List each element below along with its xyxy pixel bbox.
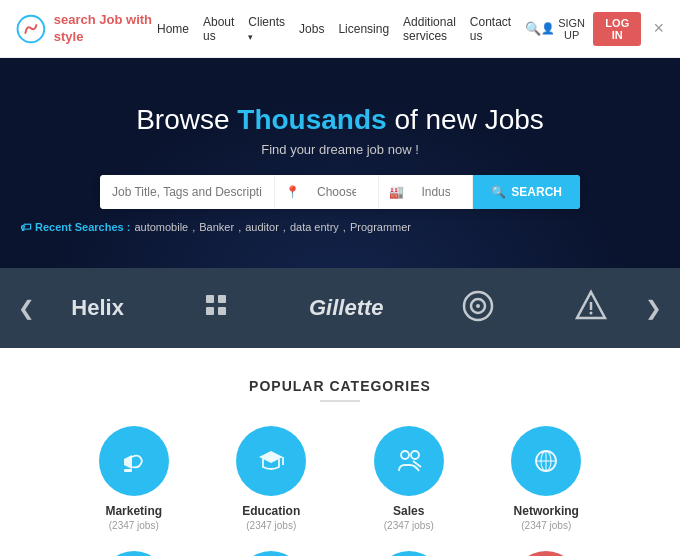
svg-point-7 <box>476 304 480 308</box>
job-title-input[interactable] <box>100 175 275 209</box>
category-education-count: (2347 jobs) <box>246 520 296 531</box>
recent-search-dataentry[interactable]: data entry <box>290 221 339 233</box>
categories-title: POPULAR CATEGORIES <box>20 378 660 394</box>
category-medical-icon <box>236 551 306 556</box>
signup-button[interactable]: 👤 SIGN UP <box>541 17 585 41</box>
brand-icon-1 <box>200 289 232 328</box>
hero-title: Browse Thousands of new Jobs <box>20 104 660 136</box>
brands-prev-button[interactable]: ❮ <box>10 296 43 320</box>
brand-gillette: Gillette <box>309 295 384 321</box>
category-marketing-label: Marketing <box>105 504 162 518</box>
category-marketing[interactable]: Marketing (2347 jobs) <box>70 426 198 531</box>
svg-point-15 <box>411 451 419 459</box>
nav-about[interactable]: About us <box>203 15 234 43</box>
search-button[interactable]: 🔍 SEARCH <box>473 175 580 209</box>
category-education-icon <box>236 426 306 496</box>
nav-home[interactable]: Home <box>157 22 189 36</box>
recent-searches: 🏷 Recent Searches : automobile, Banker, … <box>20 221 660 233</box>
header: search Job with style Home About us Clie… <box>0 0 680 58</box>
category-more-icon <box>511 551 581 556</box>
brands-section: ❮ Helix Gillette ❯ <box>0 268 680 348</box>
category-education[interactable]: Education (2347 jobs) <box>208 426 336 531</box>
brands-list: Helix Gillette <box>43 288 637 329</box>
recent-search-programmer[interactable]: Programmer <box>350 221 411 233</box>
nav-contact[interactable]: Contact us <box>470 15 511 43</box>
hero-subtitle: Find your dreame job now ! <box>20 142 660 157</box>
svg-rect-3 <box>206 307 214 315</box>
recent-searches-label: Recent Searches : <box>35 221 130 233</box>
brand-helix: Helix <box>71 295 124 321</box>
svg-rect-2 <box>218 295 226 303</box>
recent-search-banker[interactable]: Banker <box>199 221 234 233</box>
industry-icon: 🏭 <box>389 185 404 199</box>
location-pin-icon: 📍 <box>285 185 300 199</box>
login-button[interactable]: LOG IN <box>593 12 641 46</box>
category-sales[interactable]: Sales (2347 jobs) <box>345 426 473 531</box>
svg-rect-1 <box>206 295 214 303</box>
nav-licensing[interactable]: Licensing <box>338 22 389 36</box>
svg-rect-4 <box>218 307 226 315</box>
user-icon: 👤 <box>541 22 555 35</box>
category-networking-icon <box>511 426 581 496</box>
section-divider <box>320 400 360 402</box>
recent-search-automobile[interactable]: automobile <box>134 221 188 233</box>
category-more[interactable]: More Categories (10+) <box>483 551 611 556</box>
location-input[interactable] <box>305 175 368 209</box>
category-networking[interactable]: Networking (2347 jobs) <box>483 426 611 531</box>
category-networking-count: (2347 jobs) <box>521 520 571 531</box>
category-networking-label: Networking <box>514 504 579 518</box>
svg-point-14 <box>401 451 409 459</box>
logo-title: search Job with style <box>54 12 157 46</box>
category-sales-label: Sales <box>393 504 424 518</box>
hero-section: Browse Thousands of new Jobs Find your d… <box>0 58 680 268</box>
brand-icon-2 <box>460 288 496 329</box>
category-marketing-count: (2347 jobs) <box>109 520 159 531</box>
logo-icon <box>16 10 46 48</box>
category-sales-count: (2347 jobs) <box>384 520 434 531</box>
svg-point-10 <box>589 311 592 314</box>
recent-search-auditor[interactable]: auditor <box>245 221 279 233</box>
nav-jobs[interactable]: Jobs <box>299 22 324 36</box>
category-medical[interactable]: Medical (2347 jobs) <box>208 551 336 556</box>
recent-searches-icon: 🏷 <box>20 221 31 233</box>
category-parttime-icon <box>374 551 444 556</box>
category-accounting-icon <box>99 551 169 556</box>
nav-additional[interactable]: Additional services <box>403 15 456 43</box>
category-education-label: Education <box>242 504 300 518</box>
hero-content: Browse Thousands of new Jobs Find your d… <box>20 104 660 233</box>
logo-text: search Job with style <box>54 12 157 46</box>
category-marketing-icon <box>99 426 169 496</box>
categories-grid: Marketing (2347 jobs) Education (2347 jo… <box>70 426 610 556</box>
search-icon[interactable]: 🔍 <box>525 21 541 36</box>
main-nav: Home About us Clients Jobs Licensing Add… <box>157 15 541 43</box>
categories-section: POPULAR CATEGORIES Marketing (2347 jobs) <box>0 348 680 556</box>
close-button[interactable]: × <box>653 18 664 39</box>
industry-input[interactable] <box>409 175 462 209</box>
logo-area: search Job with style <box>16 10 157 48</box>
category-accounting[interactable]: Accounting (2347 jobs) <box>70 551 198 556</box>
svg-rect-11 <box>124 469 132 472</box>
brands-next-button[interactable]: ❯ <box>637 296 670 320</box>
category-sales-icon <box>374 426 444 496</box>
job-search-bar: 📍 🏭 🔍 SEARCH <box>100 175 580 209</box>
search-btn-icon: 🔍 <box>491 185 506 199</box>
category-parttime[interactable]: Part time (2347 jobs) <box>345 551 473 556</box>
brand-icon-3 <box>573 288 609 329</box>
nav-clients[interactable]: Clients <box>248 15 285 43</box>
header-actions: 👤 SIGN UP LOG IN × <box>541 12 664 46</box>
